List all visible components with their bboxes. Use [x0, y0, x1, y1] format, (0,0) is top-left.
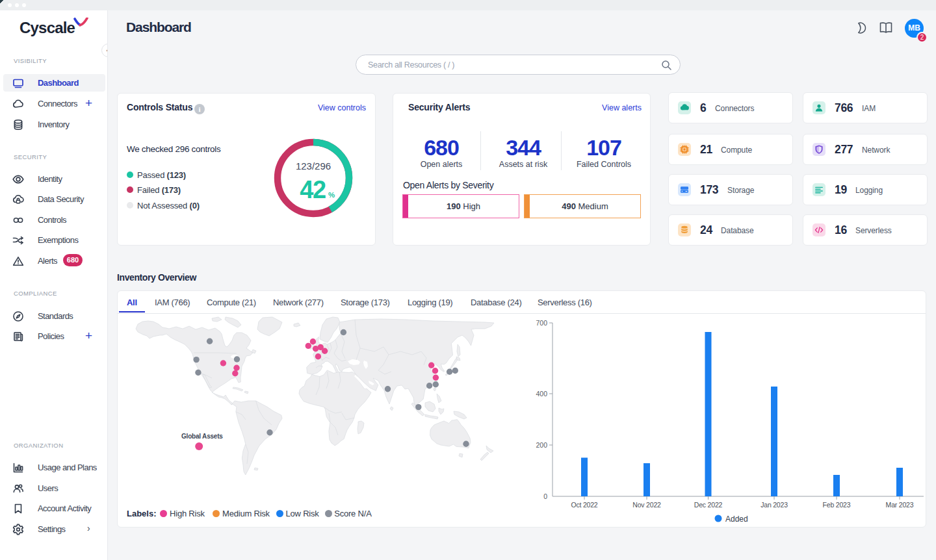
- svg-text:Nov 2022: Nov 2022: [632, 501, 661, 509]
- svg-text:200: 200: [536, 441, 547, 449]
- svg-text:Global Assets: Global Assets: [181, 433, 223, 440]
- svg-text:Feb 2023: Feb 2023: [823, 501, 851, 509]
- svg-text:400: 400: [536, 390, 547, 398]
- svg-text:42: 42: [300, 176, 326, 203]
- svg-text:Jan 2023: Jan 2023: [760, 501, 788, 509]
- svg-text:Mar 2023: Mar 2023: [886, 501, 914, 509]
- svg-text:123/296: 123/296: [296, 160, 331, 172]
- svg-text:Dec 2022: Dec 2022: [694, 501, 723, 509]
- svg-text:Oct 2022: Oct 2022: [571, 501, 597, 509]
- svg-text:700: 700: [536, 319, 547, 327]
- svg-text:0: 0: [543, 492, 547, 500]
- svg-text:%: %: [328, 191, 335, 199]
- svg-text:Added: Added: [725, 515, 748, 524]
